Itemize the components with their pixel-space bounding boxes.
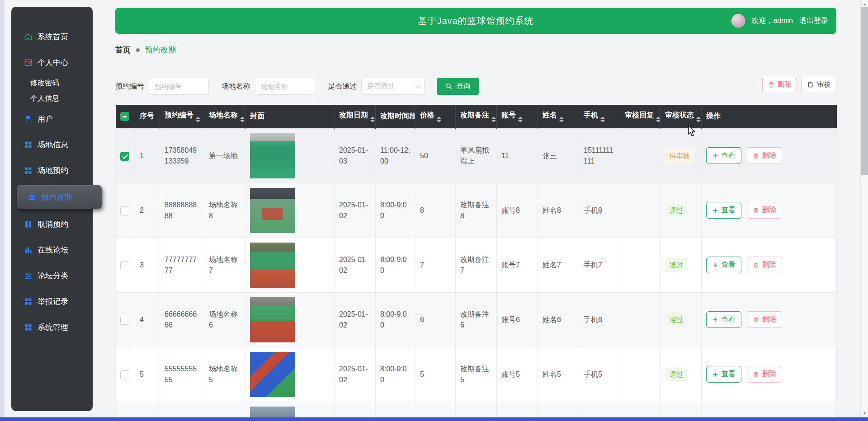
col-header-account[interactable]: 账号 [497,105,538,128]
row-delete-button[interactable]: 删除 [747,257,782,273]
breadcrumb-home[interactable]: 首页 [115,45,131,55]
sidebar-item-report-records[interactable]: 举报记录 [11,289,93,314]
pass-filter-label: 是否通过 [328,82,357,91]
plus-icon [712,317,718,323]
row-delete-button[interactable]: 删除 [747,366,782,383]
grid-icon [24,297,33,306]
scrollbar-up-arrow[interactable]: ▲ [861,1,868,7]
status-badge: 通过 [665,203,688,218]
col-header-booking-no[interactable]: 预约编号 [160,105,204,128]
sidebar-item-cancel-booking[interactable]: 取消预约 [11,211,93,237]
cell-note: 改期备注7 [460,256,489,274]
view-button[interactable]: 查看 [706,147,741,164]
cell-date: 2025-01-02 [339,310,368,328]
sidebar-item-online-forum[interactable]: 在线论坛 [11,237,93,263]
sidebar-item-forum-category[interactable]: 论坛分类 [11,263,93,289]
sort-caret-icon [437,117,441,122]
sidebar-item-users[interactable]: 用户 [11,106,93,132]
cell-venue: 场地名称6 [209,310,238,328]
pass-filter-select[interactable]: 是否通过 [361,78,425,95]
view-button[interactable]: 查看 [706,311,741,328]
col-header-status[interactable]: 审核状态 [660,105,702,128]
cell-price: 7 [420,261,424,269]
col-header-phone[interactable]: 手机 [579,105,620,128]
row-delete-button[interactable]: 删除 [747,202,782,219]
sidebar-item-personal-center[interactable]: 个人中心 [11,50,93,75]
booking-no-input[interactable] [149,78,209,95]
court-cover-image [250,188,295,233]
select-all-checkbox[interactable] [120,112,129,121]
plus-icon [712,262,718,268]
scrollbar-thumb[interactable] [861,7,868,175]
sidebar-item-venue-booking[interactable]: 场地预约 [11,158,93,183]
sidebar-item-system-management[interactable]: 系统管理 [11,314,93,340]
sidebar-item-booking-reschedule[interactable]: 预约改期 [17,185,102,209]
row-checkbox[interactable] [120,152,129,161]
briefcase-icon [28,193,36,201]
logout-link[interactable]: 退出登录 [799,16,828,26]
bulk-delete-button[interactable]: 删除 [762,77,797,92]
table-row: 5 5555555555 场地名称5 2025-01-02 8:00-9:00 … [116,347,837,402]
app-root: 系统首页 个人中心 修改密码 个人信息 用户 场地信息 [0,0,868,421]
grid-icon [24,166,33,175]
sidebar-item-personal-info[interactable]: 个人信息 [11,91,93,106]
sidebar-item-change-password[interactable]: 修改密码 [11,75,93,91]
window-left-edge [0,0,5,421]
view-button[interactable]: 查看 [706,257,741,273]
plus-icon [712,371,718,378]
row-checkbox[interactable] [120,370,129,379]
col-header-price[interactable]: 价格 [415,105,456,128]
col-header-note[interactable]: 改期备注 [456,105,497,128]
sidebar-item-label: 场地信息 [38,140,68,150]
cell-account: 账号8 [501,206,520,214]
search-button[interactable]: 查询 [437,78,479,95]
cell-date: 2025-01-03 [339,146,368,164]
col-header-name[interactable]: 姓名 [538,105,579,128]
plus-icon [712,153,718,159]
row-delete-button[interactable]: 删除 [747,147,782,164]
cell-price: 8 [420,206,424,214]
cell-booking-no: 17358049133359 [165,146,197,164]
trash-icon [768,81,775,88]
sidebar-item-venue-info[interactable]: 场地信息 [11,132,93,158]
cell-account: 账号6 [501,316,520,323]
avatar[interactable] [731,14,745,28]
status-badge: 通过 [665,313,688,327]
row-checkbox[interactable] [120,316,129,325]
cell-name: 张三 [542,152,557,159]
filter-row: 预约编号 场地名称 是否通过 是否通过 查询 删除 审核 [115,78,836,95]
data-table: 序号 预约编号 场地名称 封面 改期日期 改期时间段 价格 改期备注 账号 姓名… [115,105,836,421]
cell-time: 8:00-9:00 [380,365,407,383]
trash-icon [753,317,759,323]
audit-button[interactable]: 审核 [802,77,836,92]
sidebar-item-system-home[interactable]: 系统首页 [11,24,93,50]
col-header-reply[interactable]: 审核回复 [620,105,660,128]
taskbar-edge-strip [0,417,868,421]
view-button[interactable]: 查看 [706,202,741,219]
sort-caret-icon [559,117,564,122]
cell-name: 姓名8 [542,206,561,214]
trash-icon [753,153,759,159]
col-header-date[interactable]: 改期日期 [335,105,376,128]
col-header-venue[interactable]: 场地名称 [204,105,245,128]
cell-time: 8:00-9:00 [380,256,407,274]
vertical-scrollbar[interactable]: ▲ ▼ [860,0,868,417]
table-row: 4 6666666666 场地名称6 2025-01-02 8:00-9:00 … [116,292,837,347]
cell-account: 11 [501,152,509,159]
cell-name: 姓名6 [542,316,561,323]
venue-name-input[interactable] [255,78,315,95]
cell-price: 6 [420,316,424,323]
court-cover-image [250,243,295,288]
select-placeholder: 是否通过 [367,82,394,91]
cell-seq: 5 [140,370,144,378]
scrollbar-down-arrow[interactable]: ▼ [861,410,868,416]
row-checkbox[interactable] [120,261,129,270]
booking-no-label: 预约编号 [115,82,144,91]
view-button[interactable]: 查看 [706,366,741,383]
row-delete-button[interactable]: 删除 [747,311,782,328]
book-icon [24,220,33,229]
table-toolbar: 删除 审核 [762,77,836,92]
sidebar-item-label: 个人中心 [38,57,68,68]
cell-note: 改期备注6 [460,310,489,328]
row-checkbox[interactable] [120,206,129,215]
